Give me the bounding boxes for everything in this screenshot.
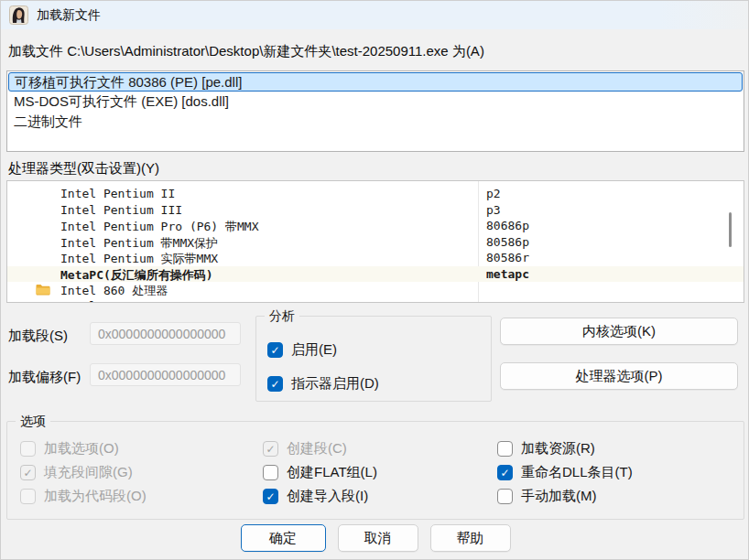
processor-name: Intel 860 处理器: [60, 283, 168, 299]
checkbox-item[interactable]: ✓重命名DLL条目(T): [497, 464, 633, 481]
processor-id: p2: [486, 187, 501, 200]
processor-type-label: 处理器类型(双击设置)(Y): [8, 160, 159, 178]
checkbox-item: ✓填充段间隙(G): [20, 464, 133, 481]
checkbox: [20, 489, 36, 504]
checkbox-item[interactable]: ✓启用(E): [267, 341, 337, 359]
options-groupbox: 选项 加载选项(O)✓填充段间隙(G)加载为代码段(O)✓创建段(C)创建FLA…: [6, 421, 744, 520]
side-option-button[interactable]: 处理器选项(P): [500, 362, 738, 390]
load-offset-input: [90, 363, 241, 386]
side-option-button[interactable]: 内核选项(K): [500, 318, 738, 345]
processor-id: p3: [486, 203, 501, 217]
processor-item[interactable]: Intel Pentium 带MMX保护80586p: [7, 234, 744, 251]
dialog-button[interactable]: 确定: [241, 524, 326, 552]
analysis-group-title: 分析: [265, 308, 299, 325]
processor-item[interactable]: Intel 860 XP860xp: [7, 298, 744, 304]
processor-listbox: Intel Pentium IIp2Intel Pentium IIIp3Int…: [6, 180, 744, 303]
loader-listbox: 可移植可执行文件 80386 (PE) [pe.dll]MS-DOS可执行文件 …: [6, 70, 744, 152]
checkbox-item: 加载为代码段(O): [20, 488, 147, 505]
checkbox[interactable]: ✓: [497, 465, 513, 480]
checkbox-item[interactable]: ✓创建导入段(I): [263, 488, 368, 505]
processor-id: 80586r: [486, 251, 529, 264]
checkbox-label: 加载为代码段(O): [44, 488, 147, 505]
load-segment-label: 加载段(S): [8, 328, 68, 345]
checkbox-label: 创建FLAT组(L): [287, 464, 377, 481]
processor-id: 80686p: [486, 219, 529, 232]
checkbox-item: 加载选项(O): [20, 440, 119, 458]
checkbox[interactable]: ✓: [267, 376, 283, 392]
processor-name: Intel Pentium Pro (P6) 带MMX: [60, 219, 259, 235]
checkbox-label: 指示器启用(D): [291, 375, 379, 393]
checkbox: ✓: [263, 441, 278, 457]
processor-name: Intel Pentium III: [60, 203, 182, 217]
checkbox-label: 创建导入段(I): [287, 488, 368, 505]
processor-id: metapc: [486, 267, 529, 281]
checkbox-item[interactable]: ✓指示器启用(D): [267, 375, 379, 393]
processor-name: MetaPC(反汇编所有操作码): [60, 267, 213, 284]
checkbox: [20, 441, 36, 457]
checkbox: ✓: [20, 465, 36, 480]
ida-app-icon: [9, 5, 28, 25]
checkbox-item[interactable]: 手动加载(M): [497, 488, 597, 505]
dialog-button[interactable]: 取消: [338, 524, 418, 552]
loader-item[interactable]: 二进制文件: [7, 112, 744, 132]
checkbox[interactable]: [497, 489, 513, 504]
checkbox-label: 创建段(C): [287, 440, 347, 458]
processor-id: 860xp: [486, 299, 522, 304]
window-title: 加载新文件: [37, 7, 101, 24]
checkbox-label: 填充段间隙(G): [44, 464, 133, 481]
processor-item[interactable]: Intel Pentium IIIp3: [7, 202, 744, 219]
scrollbar-thumb[interactable]: [729, 212, 732, 247]
load-segment-input: [90, 322, 241, 345]
checkbox[interactable]: ✓: [263, 489, 278, 504]
load-offset-label: 加载偏移(F): [8, 369, 81, 386]
options-group-title: 选项: [16, 414, 50, 430]
checkbox[interactable]: [497, 441, 513, 457]
analysis-groupbox: 分析 ✓启用(E)✓指示器启用(D): [255, 316, 492, 402]
checkbox-label: 重命名DLL条目(T): [521, 464, 633, 481]
processor-name: Intel 860 XP: [60, 299, 147, 304]
checkbox[interactable]: [263, 465, 278, 480]
checkbox-label: 加载资源(R): [521, 440, 595, 458]
footer-buttons: 确定取消帮助: [1, 524, 749, 552]
titlebar: 加载新文件: [1, 1, 749, 29]
processor-item[interactable]: MetaPC(反汇编所有操作码)metapc: [7, 266, 744, 283]
folder-icon: [36, 284, 50, 296]
checkbox-item: ✓创建段(C): [263, 440, 347, 458]
file-prompt-label: 加载文件 C:\Users\Administrator\Desktop\新建文件…: [8, 43, 484, 60]
loader-item[interactable]: MS-DOS可执行文件 (EXE) [dos.dll]: [7, 92, 744, 112]
processor-name: Intel Pentium 实际带MMX: [60, 251, 218, 267]
load-new-file-dialog: 加载新文件 加载文件 C:\Users\Administrator\Deskto…: [0, 0, 749, 560]
checkbox-label: 加载选项(O): [44, 440, 119, 458]
dialog-button[interactable]: 帮助: [430, 524, 511, 552]
processor-name: Intel Pentium II: [60, 187, 175, 200]
checkbox-label: 手动加载(M): [521, 488, 597, 505]
processor-item[interactable]: Intel Pentium Pro (P6) 带MMX80686p: [7, 218, 744, 234]
processor-id: 80586p: [486, 235, 529, 249]
processor-name: Intel Pentium 带MMX保护: [60, 235, 218, 252]
processor-item[interactable]: Intel Pentium IIp2: [7, 186, 744, 202]
side-buttons: 内核选项(K)处理器选项(P): [500, 318, 738, 390]
loader-item[interactable]: 可移植可执行文件 80386 (PE) [pe.dll]: [8, 72, 743, 92]
checkbox-item[interactable]: 加载资源(R): [497, 440, 595, 458]
processor-item[interactable]: Intel 860 处理器: [7, 282, 744, 298]
checkbox[interactable]: ✓: [267, 342, 283, 358]
checkbox-label: 启用(E): [291, 341, 337, 359]
processor-item[interactable]: Intel Pentium 实际带MMX80586r: [7, 250, 744, 266]
checkbox-item[interactable]: 创建FLAT组(L): [263, 464, 377, 481]
